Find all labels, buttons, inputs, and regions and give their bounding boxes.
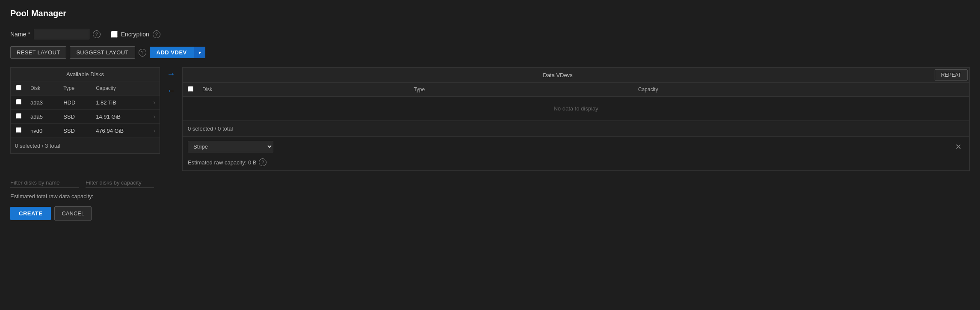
name-help-icon[interactable]: ? [93,30,101,38]
add-vdev-button[interactable]: ADD VDEV [150,47,194,58]
filter-name-input[interactable] [10,178,79,188]
data-vdevs-select-all-checkbox[interactable] [188,86,193,92]
data-vdevs-col-type: Type [409,83,634,97]
page-title: Pool Manager [10,9,970,18]
table-row: ada5 SSD 14.91 GiB › [11,110,160,124]
disk-type: HDD [59,95,92,110]
disk-name: ada3 [26,95,59,110]
estimated-total-label: Estimated total raw data capacity: [10,193,970,200]
suggest-layout-button[interactable]: SUGGEST LAYOUT [70,46,135,59]
available-disks-col-type: Type [59,81,92,95]
disk-checkbox[interactable] [16,127,21,133]
data-vdevs-col-capacity: Capacity [634,83,959,97]
row-arrow-icon[interactable]: › [153,113,155,120]
data-vdevs-col-disk: Disk [198,83,409,97]
vdev-config-row: Stripe Mirror RAIDZ1 RAIDZ2 RAIDZ3 ✕ [183,137,969,157]
disk-checkbox[interactable] [16,113,21,119]
vdev-close-button[interactable]: ✕ [953,141,964,152]
suggest-layout-help-icon[interactable]: ? [139,49,146,57]
create-button[interactable]: CREATE [10,207,51,220]
disk-checkbox[interactable] [16,99,21,104]
data-vdevs-panel: Data VDevs REPEAT Disk Type Capacity No … [182,67,970,171]
arrow-left-button[interactable]: ← [165,84,177,97]
reset-layout-button[interactable]: RESET LAYOUT [10,46,66,59]
vdev-type-select[interactable]: Stripe Mirror RAIDZ1 RAIDZ2 RAIDZ3 [188,141,273,152]
no-data-row: No data to display [183,97,969,121]
name-input[interactable] [34,29,89,39]
repeat-button[interactable]: REPEAT [935,69,968,80]
available-disks-summary: 0 selected / 3 total [11,138,160,153]
disk-type: SSD [59,124,92,138]
available-disks-header: Available Disks [11,68,160,81]
data-vdevs-table: Disk Type Capacity No data to display [183,83,969,121]
disk-type: SSD [59,110,92,124]
disk-capacity: 1.82 TiB [92,95,149,110]
disk-name: nvd0 [26,124,59,138]
name-label: Name * [10,31,30,38]
row-arrow-icon[interactable]: › [153,127,155,134]
encryption-help-icon[interactable]: ? [153,30,160,38]
disk-name: ada5 [26,110,59,124]
available-disks-table: Disk Type Capacity ada3 HDD 1.82 TiB › a… [11,81,160,138]
available-disks-panel: Available Disks Disk Type Capacity ada3 … [10,67,160,154]
estimated-raw-capacity-help-icon[interactable]: ? [259,158,266,166]
estimated-raw-capacity-row: Estimated raw capacity: 0 B ? [183,157,969,170]
data-vdevs-header: Data VDevs [183,69,933,82]
available-disks-col-disk: Disk [26,81,59,95]
arrow-right-button[interactable]: → [165,67,177,80]
row-arrow-icon[interactable]: › [153,99,155,106]
bottom-actions: CREATE CANCEL [10,206,970,221]
disk-capacity: 476.94 GiB [92,124,149,138]
filter-capacity-input[interactable] [86,178,154,188]
cancel-button[interactable]: CANCEL [54,206,92,221]
add-vdev-dropdown-button[interactable]: ▾ [194,47,205,58]
available-disks-col-capacity: Capacity [92,81,149,95]
table-row: ada3 HDD 1.82 TiB › [11,95,160,110]
estimated-raw-capacity-label: Estimated raw capacity: 0 B [188,159,256,166]
encryption-label: Encryption [121,31,149,38]
encryption-checkbox[interactable] [111,31,118,38]
no-data-text: No data to display [183,97,969,121]
available-disks-select-all-checkbox[interactable] [16,85,21,90]
vdev-header-row: Data VDevs REPEAT [183,68,969,83]
table-row: nvd0 SSD 476.94 GiB › [11,124,160,138]
disk-capacity: 14.91 GiB [92,110,149,124]
filter-row [10,178,970,188]
data-vdevs-summary: 0 selected / 0 total [183,121,969,137]
add-vdev-group: ADD VDEV ▾ [150,47,205,58]
transfer-arrows: → ← [160,67,182,97]
